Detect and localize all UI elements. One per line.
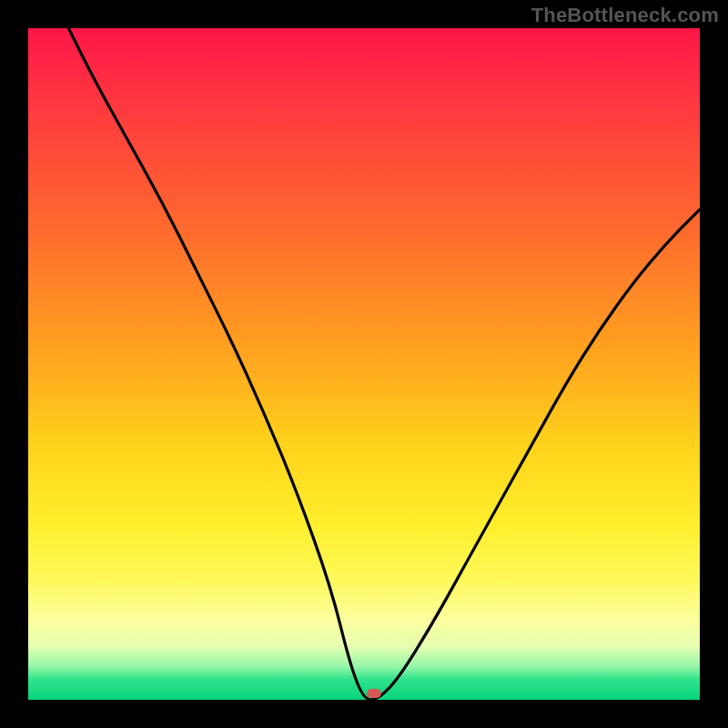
watermark-text: TheBottleneck.com	[531, 4, 719, 27]
chart-frame: TheBottleneck.com	[0, 0, 728, 728]
curve-path	[68, 28, 700, 700]
bottleneck-curve	[28, 28, 700, 700]
optimum-marker	[367, 689, 381, 698]
plot-area	[28, 28, 700, 700]
